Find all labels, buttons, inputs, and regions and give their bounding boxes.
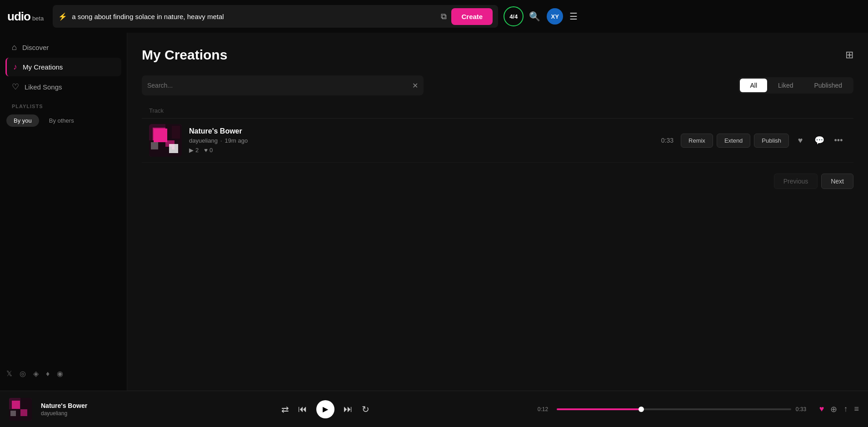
shuffle-button[interactable]: ⇄ <box>281 404 289 415</box>
player-progress: 0:12 0:33 <box>538 406 810 412</box>
track-time-ago: 19m ago <box>225 137 248 144</box>
player-like-icon[interactable]: ♥ <box>819 404 824 414</box>
topbar: udio beta ⚡ ⧉ Create 4/4 🔍 XY ☰ <box>0 0 868 33</box>
sidebar-nav: ⌂ Discover ♪ My Creations ♡ Liked Songs <box>0 38 127 96</box>
filter-tab-liked[interactable]: Liked <box>768 79 803 92</box>
menu-icon[interactable]: ☰ <box>569 11 578 22</box>
sidebar-item-label-liked-songs: Liked Songs <box>25 83 62 91</box>
player-track-title: Nature's Bower <box>41 402 114 409</box>
prev-track-button[interactable]: ⏮ <box>298 404 307 414</box>
repeat-button[interactable]: ↻ <box>362 404 369 415</box>
player-track-info: Nature's Bower dayueliang <box>41 402 114 417</box>
svg-rect-3 <box>156 131 165 140</box>
total-time: 0:33 <box>796 406 810 412</box>
playlist-tab-by-you[interactable]: By you <box>6 114 39 127</box>
track-info: Nature's Bower dayueliang · 19m ago ▶ 2 … <box>189 127 650 154</box>
sidebar: ⌂ Discover ♪ My Creations ♡ Liked Songs … <box>0 33 127 391</box>
svg-rect-5 <box>151 142 158 149</box>
svg-rect-11 <box>20 409 27 416</box>
avatar[interactable]: XY <box>547 8 563 25</box>
player-controls: ⇄ ⏮ ▶ ⏭ ↻ <box>123 400 529 418</box>
logo-text: udio <box>7 10 30 24</box>
main-search-input[interactable] <box>72 13 436 20</box>
logo-beta: beta <box>32 15 44 22</box>
sidebar-item-label-discover: Discover <box>22 44 49 51</box>
home-icon: ⌂ <box>12 43 17 52</box>
heart-icon: ♡ <box>12 82 19 92</box>
content-search-box: ✕ <box>142 75 424 95</box>
content-search-input[interactable] <box>147 82 409 89</box>
track-title: Nature's Bower <box>189 127 650 135</box>
sidebar-item-discover[interactable]: ⌂ Discover <box>5 38 121 57</box>
sidebar-item-label-my-creations: My Creations <box>23 63 63 71</box>
player-bar: Nature's Bower dayueliang ⇄ ⏮ ▶ ⏭ ↻ 0:12… <box>0 391 868 427</box>
progress-bar[interactable] <box>557 408 791 410</box>
music-icon: ♪ <box>13 62 17 72</box>
sidebar-item-my-creations[interactable]: ♪ My Creations <box>5 58 121 76</box>
content-header: My Creations ⊞ <box>142 47 853 63</box>
svg-rect-2 <box>153 128 165 140</box>
topbar-icons: 🔍 XY ☰ <box>529 8 578 25</box>
track-actions: Remix Extend Publish ♥ 💬 ••• <box>681 133 846 148</box>
track-plays: ▶ 2 <box>189 147 199 154</box>
comment-button[interactable]: 💬 <box>812 133 827 148</box>
filter-tabs: All Liked Published <box>738 77 853 94</box>
logo: udio beta <box>7 10 44 24</box>
extend-button[interactable]: Extend <box>717 134 750 148</box>
main-layout: ⌂ Discover ♪ My Creations ♡ Liked Songs … <box>0 33 868 391</box>
tiktok-icon[interactable]: ♦ <box>46 370 50 378</box>
instagram-icon[interactable]: ◎ <box>20 369 26 378</box>
player-queue-icon[interactable]: ≡ <box>854 404 859 414</box>
create-button[interactable]: Create <box>451 8 493 25</box>
player-right-icons: ♥ ⊕ ↑ ≡ <box>819 404 859 414</box>
discord-icon[interactable]: ◈ <box>33 369 39 378</box>
copy-icon[interactable]: ⧉ <box>441 12 447 21</box>
page-title: My Creations <box>142 47 227 63</box>
player-add-icon[interactable]: ⊕ <box>830 404 837 414</box>
clear-search-icon[interactable]: ✕ <box>412 81 418 90</box>
main-search-bar: ⚡ ⧉ Create <box>53 5 498 28</box>
track-stats: ▶ 2 ♥ 0 <box>189 147 650 154</box>
playlist-tab-by-others[interactable]: By others <box>42 114 81 127</box>
search-icon[interactable]: 🔍 <box>529 11 540 22</box>
filter-row: ✕ All Liked Published <box>142 75 853 95</box>
player-artwork <box>9 398 32 421</box>
svg-rect-6 <box>172 126 180 139</box>
play-icon-small: ▶ <box>189 147 194 154</box>
play-pause-button[interactable]: ▶ <box>316 400 334 418</box>
track-artist: dayueliang <box>189 137 218 144</box>
track-likes: ♥ 0 <box>204 147 213 154</box>
current-time: 0:12 <box>538 406 552 412</box>
credits-badge: 4/4 <box>504 6 524 26</box>
track-thumbnail[interactable] <box>149 124 182 157</box>
filter-tab-published[interactable]: Published <box>804 79 853 92</box>
track-table-header: Track <box>142 103 853 119</box>
svg-rect-7 <box>158 147 172 154</box>
table-row: Nature's Bower dayueliang · 19m ago ▶ 2 … <box>142 119 853 163</box>
next-button[interactable]: Next <box>821 174 853 189</box>
publish-button[interactable]: Publish <box>754 134 789 148</box>
grid-view-icon[interactable]: ⊞ <box>845 49 853 61</box>
like-track-button[interactable]: ♥ <box>793 133 808 148</box>
more-options-button[interactable]: ••• <box>831 133 846 148</box>
next-track-button[interactable]: ⏭ <box>344 404 353 414</box>
progress-handle[interactable] <box>639 407 644 412</box>
track-list: Track <box>142 103 853 163</box>
twitter-icon[interactable]: 𝕏 <box>6 369 12 378</box>
previous-button[interactable]: Previous <box>774 174 818 189</box>
track-column-label: Track <box>149 107 164 114</box>
content-area: My Creations ⊞ ✕ All Liked Published Tra… <box>127 33 868 391</box>
track-artwork-svg <box>149 124 182 157</box>
remix-button[interactable]: Remix <box>681 134 713 148</box>
svg-rect-1 <box>149 124 165 140</box>
playlist-toggle: By you By others <box>0 114 127 127</box>
player-share-icon[interactable]: ↑ <box>843 404 848 414</box>
playlists-section-title: PLAYLISTS <box>0 96 127 113</box>
track-duration: 0:33 <box>657 137 673 144</box>
reddit-icon[interactable]: ◉ <box>57 369 63 378</box>
track-meta: dayueliang · 19m ago <box>189 137 650 144</box>
track-separator: · <box>220 137 222 144</box>
filter-tab-all[interactable]: All <box>740 79 767 92</box>
sidebar-item-liked-songs[interactable]: ♡ Liked Songs <box>5 77 121 96</box>
pagination: Previous Next <box>142 174 853 189</box>
